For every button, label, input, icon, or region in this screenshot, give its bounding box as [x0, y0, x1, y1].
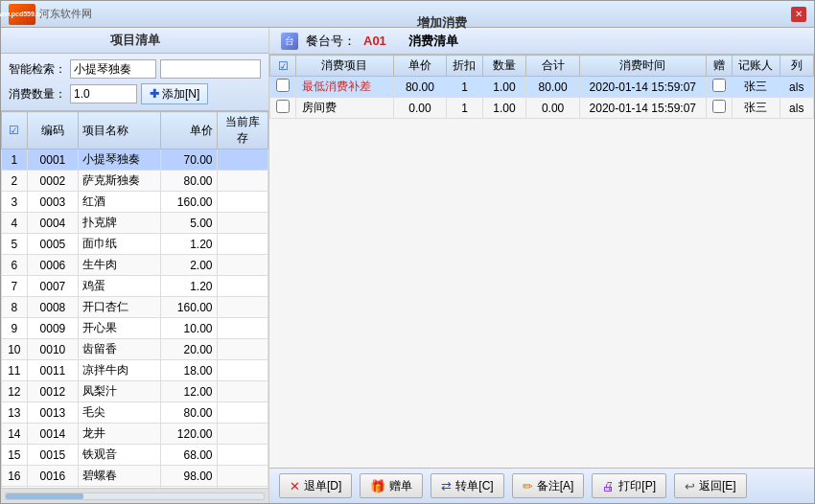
content-area: 项目清单 智能检索： 小提琴独奏 消费数量： ✚ 添加[N]	[1, 28, 814, 503]
note-icon: ✏	[523, 479, 533, 493]
refund-icon: ✕	[290, 479, 300, 493]
print-icon: 🖨	[602, 479, 615, 493]
transfer-label: 转单[C]	[455, 478, 493, 494]
col-num-header: ☑	[2, 112, 28, 149]
list-item[interactable]: 2 0002 萨克斯独奏 80.00	[2, 171, 268, 192]
col-check-header: ☑	[270, 56, 296, 77]
list-item[interactable]: 9 0009 开心果 10.00	[2, 318, 268, 339]
search-row: 智能检索： 小提琴独奏	[9, 59, 261, 79]
window-title: 增加消费	[417, 14, 467, 32]
list-item[interactable]: 15 0015 铁观音 68.00	[2, 445, 268, 466]
transfer-icon: ⇄	[441, 479, 452, 493]
gift-icon: 🎁	[370, 479, 385, 493]
logo-area: www.pcd559.com 河东软件网	[9, 4, 92, 25]
col-name-header: 项目名称	[79, 112, 161, 149]
col-item-header: 消费项目	[296, 56, 393, 77]
item-list-body: 1 0001 小提琴独奏 70.00 2 0002 萨克斯独奏 80.00 3 …	[2, 149, 268, 489]
list-item[interactable]: 4 0004 扑克牌 5.00	[2, 213, 268, 234]
col-price-header: 单价	[160, 112, 217, 149]
list-header-row: ☑ 编码 项目名称 单价 当前库存	[2, 112, 268, 149]
col-stock-header: 当前库存	[217, 112, 268, 149]
close-button[interactable]: ✕	[791, 7, 806, 22]
consumption-list-label: 消费清单	[408, 33, 458, 50]
consumption-header-row: ☑ 消费项目 单价 折扣 数量 合计 消费时间 赠 记账人 列	[270, 56, 814, 77]
list-item[interactable]: 11 0011 凉拌牛肉 18.00	[2, 360, 268, 381]
consumption-table: ☑ 消费项目 单价 折扣 数量 合计 消费时间 赠 记账人 列	[269, 55, 814, 119]
list-item[interactable]: 7 0007 鸡蛋 1.20	[2, 276, 268, 297]
col-code-header: 编码	[27, 112, 78, 149]
transfer-button[interactable]: ⇄ 转单[C]	[431, 473, 503, 498]
title-bar: www.pcd559.com 河东软件网 增加消费 ✕	[1, 1, 814, 28]
back-button[interactable]: ↩ 返回[E]	[674, 473, 747, 498]
col-col-header: 列	[780, 56, 813, 77]
list-item[interactable]: 12 0012 凤梨汁 12.00	[2, 381, 268, 402]
list-item[interactable]: 10 0010 齿留香 20.00	[2, 339, 268, 360]
item-list-container[interactable]: ☑ 编码 项目名称 单价 当前库存 1 0001 小提琴独奏 70.00 2 0…	[1, 111, 268, 488]
gift-label: 赠单	[389, 478, 412, 494]
item-list-table: ☑ 编码 项目名称 单价 当前库存 1 0001 小提琴独奏 70.00 2 0…	[1, 111, 268, 488]
search-display: 小提琴独奏	[70, 59, 156, 79]
print-button[interactable]: 🖨 打印[P]	[592, 473, 666, 498]
consumption-table-container[interactable]: ☑ 消费项目 单价 折扣 数量 合计 消费时间 赠 记账人 列	[269, 55, 814, 468]
main-window: www.pcd559.com 河东软件网 增加消费 ✕ 项目清单 智能检索： 小…	[0, 0, 815, 504]
table-number-info: 台 餐台号： A01 消费清单	[281, 33, 458, 50]
list-item[interactable]: 16 0016 碧螺春 98.00	[2, 466, 268, 487]
table-row[interactable]: 最低消费补差 80.00 1 1.00 80.00 2020-01-14 15:…	[270, 77, 814, 98]
left-panel-title: 项目清单	[1, 28, 268, 54]
table-num-label: 餐台号：	[306, 33, 356, 50]
back-icon: ↩	[685, 479, 695, 493]
table-num-value: A01	[363, 34, 386, 48]
col-total-header: 合计	[526, 56, 580, 77]
col-time-header: 消费时间	[579, 56, 706, 77]
right-header: 台 餐台号： A01 消费清单	[269, 28, 814, 55]
print-label: 打印[P]	[618, 478, 656, 494]
left-panel: 项目清单 智能检索： 小提琴独奏 消费数量： ✚ 添加[N]	[1, 28, 269, 503]
consumption-body: 最低消费补差 80.00 1 1.00 80.00 2020-01-14 15:…	[270, 77, 814, 119]
list-item[interactable]: 1 0001 小提琴独奏 70.00	[2, 149, 268, 171]
list-item[interactable]: 5 0005 面巾纸 1.20	[2, 234, 268, 255]
add-button[interactable]: ✚ 添加[N]	[141, 83, 208, 104]
qty-label: 消费数量：	[9, 86, 66, 103]
bottom-toolbar: ✕ 退单[D] 🎁 赠单 ⇄ 转单[C] ✏ 备注[A] 🖨 打印[P]	[269, 468, 814, 503]
list-item[interactable]: 14 0014 龙井 120.00	[2, 424, 268, 445]
col-discount-header: 折扣	[447, 56, 482, 77]
list-item[interactable]: 3 0003 红酒 160.00	[2, 192, 268, 213]
note-button[interactable]: ✏ 备注[A]	[512, 473, 585, 498]
list-item[interactable]: 13 0013 毛尖 80.00	[2, 402, 268, 424]
list-item[interactable]: 8 0008 开口杏仁 160.00	[2, 297, 268, 318]
gift-button[interactable]: 🎁 赠单	[360, 473, 423, 498]
qty-row: 消费数量： ✚ 添加[N]	[9, 83, 261, 104]
website-label: 河东软件网	[39, 7, 92, 21]
col-gift-header: 赠	[706, 56, 732, 77]
back-label: 返回[E]	[699, 478, 736, 494]
list-item[interactable]: 6 0006 生牛肉 2.00	[2, 255, 268, 276]
left-panel-header: 智能检索： 小提琴独奏 消费数量： ✚ 添加[N]	[1, 54, 268, 111]
col-qty-header: 数量	[482, 56, 526, 77]
col-unitprice-header: 单价	[393, 56, 447, 77]
search-input[interactable]	[160, 59, 261, 79]
add-icon: ✚	[150, 87, 159, 101]
right-panel: 台 餐台号： A01 消费清单 ☑ 消费项目 单价 折扣 数	[269, 28, 814, 503]
qty-input[interactable]	[70, 84, 137, 103]
col-accountant-header: 记账人	[732, 56, 780, 77]
table-icon: 台	[281, 33, 298, 50]
note-label: 备注[A]	[537, 478, 574, 494]
refund-label: 退单[D]	[304, 478, 341, 494]
refund-button[interactable]: ✕ 退单[D]	[279, 473, 352, 498]
search-label: 智能检索：	[9, 61, 66, 78]
scroll-indicator	[1, 488, 268, 503]
table-row[interactable]: 房间费 0.00 1 1.00 0.00 2020-01-14 15:59:07…	[270, 98, 814, 119]
logo-icon: www.pcd559.com	[9, 4, 35, 25]
